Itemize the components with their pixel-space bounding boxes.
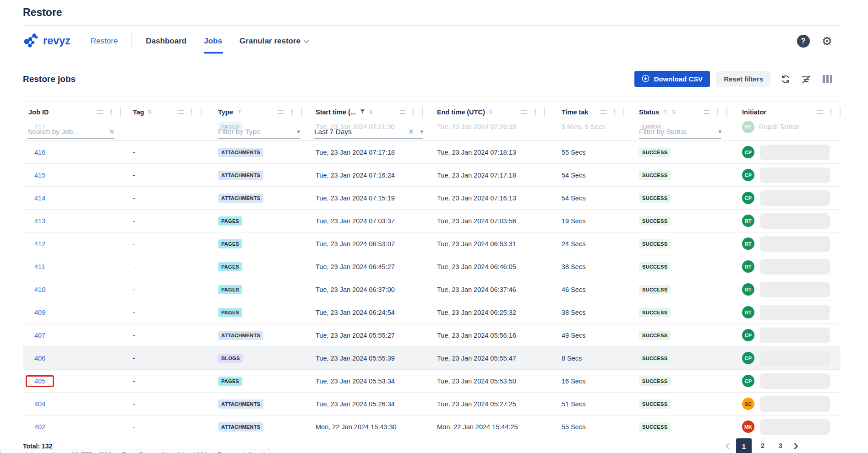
next-page-icon[interactable] — [792, 442, 800, 450]
table-row: 407-ATTACHMENTSTue, 23 Jan 2024 05:55:27… — [23, 324, 841, 347]
kebab-menu-icon[interactable]: ⋮ — [108, 108, 115, 116]
start-time-cell: Mon, 22 Jan 2024 15:43:30 — [302, 423, 423, 431]
job-id-link[interactable]: 416 — [34, 149, 45, 156]
page-number-1[interactable]: 1 — [736, 438, 752, 453]
start-time-cell: Tue, 23 Jan 2024 07:03:37 — [302, 217, 423, 225]
nav-item-jobs[interactable]: Jobs — [204, 37, 222, 46]
end-time-cell: Tue, 23 Jan 2024 05:56:16 — [423, 332, 545, 339]
column-menu-icon[interactable] — [178, 110, 184, 114]
nav-item-dashboard[interactable]: Dashboard — [146, 37, 186, 46]
column-header-start-time[interactable]: Start time (... ⇅ ⋮ — [302, 102, 423, 122]
nav-item-granular-restore[interactable]: Granular restore — [240, 37, 309, 46]
columns-icon[interactable] — [823, 75, 832, 83]
job-id-link[interactable]: 411 — [34, 263, 45, 270]
type-badge: ATTACHMENTS — [218, 148, 263, 157]
clear-date-filter-icon[interactable]: ✕ — [408, 128, 414, 136]
column-header-initiator[interactable]: Initiator ⋮ — [727, 102, 841, 122]
job-id-link[interactable]: 412 — [34, 240, 45, 248]
column-menu-icon[interactable] — [521, 110, 527, 114]
caret-down-icon[interactable]: ▾ — [297, 128, 300, 135]
redacted-name-placeholder — [760, 190, 830, 206]
clear-filters-icon[interactable] — [801, 74, 812, 84]
prev-page-icon[interactable] — [723, 442, 732, 450]
column-menu-icon[interactable] — [399, 110, 405, 114]
job-id-link-annotated[interactable]: 405 — [26, 375, 54, 387]
table-row: 411-PAGESTue, 23 Jan 2024 06:45:27Tue, 2… — [23, 255, 841, 278]
sort-icon[interactable]: ⇅ — [671, 109, 676, 115]
nav-product-restore[interactable]: Restore — [91, 37, 118, 46]
column-menu-icon[interactable] — [704, 110, 710, 114]
type-filter-select[interactable]: Filter by Type ▾ — [218, 125, 300, 139]
date-filter-select[interactable]: Last 7 Days ✕ ▾ — [314, 125, 423, 139]
filter-funnel-icon[interactable] — [663, 108, 668, 116]
initiator-avatar: RT — [742, 283, 754, 296]
column-menu-icon[interactable] — [97, 110, 103, 114]
time-taken-cell: 54 Secs — [545, 172, 624, 179]
redacted-name-placeholder — [760, 213, 830, 229]
end-time-cell: Tue, 23 Jan 2024 05:27:25 — [423, 400, 545, 408]
sort-icon[interactable]: ⇅ — [488, 109, 493, 115]
column-header-end-time[interactable]: End time (UTC) ⇅ ⋮ — [423, 102, 545, 122]
end-time-cell: Tue, 23 Jan 2024 06:25:32 — [423, 309, 545, 316]
kebab-menu-icon[interactable]: ⋮ — [611, 108, 618, 116]
filter-funnel-icon[interactable] — [237, 108, 242, 116]
initiator-avatar: CP — [742, 375, 754, 387]
job-id-link[interactable]: 410 — [34, 286, 45, 293]
job-id-link[interactable]: 404 — [34, 400, 45, 408]
type-badge: PAGES — [218, 285, 242, 294]
job-id-link[interactable]: 415 — [34, 172, 45, 179]
job-id-link[interactable]: 402 — [34, 423, 45, 431]
end-time-cell: Tue, 23 Jan 2024 06:46:05 — [423, 263, 545, 270]
brand[interactable]: revyz — [23, 32, 71, 51]
type-badge: PAGES — [218, 262, 242, 271]
initiator-avatar: CP — [742, 169, 754, 181]
table-row: 402-ATTACHMENTSMon, 22 Jan 2024 15:43:30… — [23, 415, 841, 438]
table-row: 413-PAGESTue, 23 Jan 2024 07:03:37Tue, 2… — [23, 210, 841, 232]
caret-down-icon[interactable]: ▾ — [718, 128, 721, 135]
tag-cell: - — [121, 423, 202, 431]
status-badge: SUCCESS — [639, 148, 671, 157]
column-menu-icon[interactable] — [817, 110, 823, 114]
download-csv-button[interactable]: Download CSV — [634, 71, 710, 87]
end-time-cell: Tue, 23 Jan 2024 06:37:46 — [423, 286, 545, 293]
search-input[interactable] — [27, 128, 82, 136]
column-header-tag[interactable]: Tag ⇅ ⋮ — [121, 102, 202, 122]
job-id-link[interactable]: 406 — [34, 355, 45, 362]
page-title: Restore — [23, 6, 868, 19]
refresh-icon[interactable] — [781, 74, 791, 84]
column-menu-icon[interactable] — [278, 110, 284, 114]
kebab-menu-icon[interactable]: ⋮ — [714, 108, 721, 116]
table-header-row: Job ID ⋮ Tag ⇅ ⋮ Type ⋮ Start time (... — [23, 102, 841, 122]
page-number-3[interactable]: 3 — [774, 438, 787, 452]
gear-icon[interactable]: ⚙ — [822, 35, 832, 47]
search-job-field[interactable]: ✕ — [27, 125, 115, 139]
filter-funnel-active-icon[interactable] — [360, 108, 366, 116]
browser-status-url: u.revyz.io/restore/jobs/...63d777def38&a… — [0, 449, 270, 453]
column-header-type[interactable]: Type ⋮ — [202, 102, 302, 122]
job-id-link[interactable]: 414 — [34, 194, 45, 202]
kebab-menu-icon[interactable]: ⋮ — [532, 108, 539, 116]
sort-icon[interactable]: ⇅ — [147, 109, 152, 115]
column-menu-icon[interactable] — [601, 110, 606, 114]
kebab-menu-icon[interactable]: ⋮ — [410, 108, 417, 116]
job-id-link[interactable]: 409 — [34, 309, 45, 316]
caret-down-icon[interactable]: ▾ — [420, 128, 423, 135]
reset-filters-button[interactable]: Reset filters — [716, 71, 770, 87]
column-header-status[interactable]: Status ⇅ ⋮ — [624, 102, 727, 122]
kebab-menu-icon[interactable]: ⋮ — [827, 108, 834, 116]
col-label: Time tak — [562, 108, 589, 116]
status-filter-select[interactable]: Filter by Status ▾ — [639, 125, 721, 139]
clear-search-icon[interactable]: ✕ — [109, 128, 115, 136]
page-number-2[interactable]: 2 — [756, 438, 770, 452]
filter-row: 417 - PAGES Tue, 23 Jan 2024 07:21:30 Tu… — [23, 122, 841, 141]
job-id-link[interactable]: 413 — [34, 217, 45, 225]
sort-icon[interactable]: ⇅ — [369, 109, 373, 115]
job-id-link[interactable]: 407 — [34, 332, 45, 339]
help-icon[interactable]: ? — [797, 35, 810, 48]
kebab-menu-icon[interactable]: ⋮ — [289, 108, 295, 116]
kebab-menu-icon[interactable]: ⋮ — [188, 108, 195, 116]
status-badge: SUCCESS — [639, 262, 671, 271]
status-badge: SUCCESS — [639, 308, 671, 317]
column-header-job-id[interactable]: Job ID ⋮ — [23, 102, 121, 122]
column-header-time-taken[interactable]: Time tak ⋮ — [545, 102, 624, 122]
